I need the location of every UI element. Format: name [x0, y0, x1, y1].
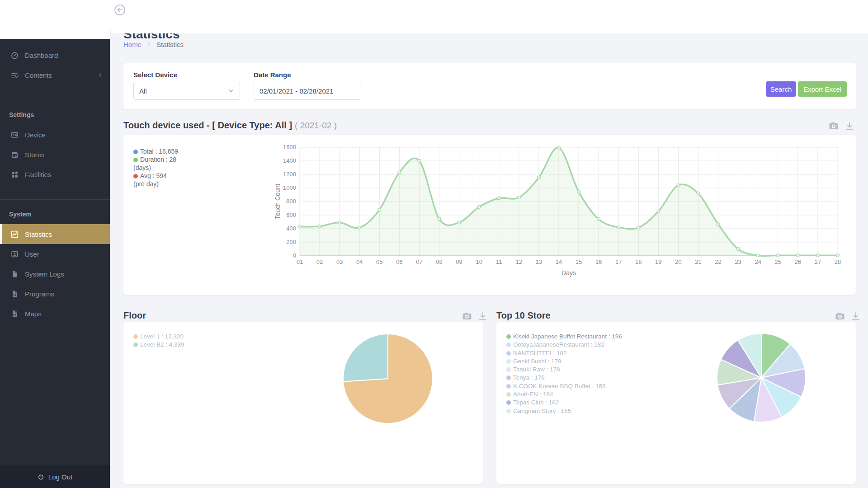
sidebar-item-label: System Logs: [25, 270, 64, 278]
legend-text: Level 1 : 12,320: [140, 333, 184, 340]
sidebar-divider: [0, 100, 110, 100]
device-select[interactable]: All: [133, 82, 240, 100]
legend-text: Level B2 : 4,339: [140, 341, 184, 348]
x-tick-label: 11: [496, 258, 502, 265]
sidebar-item-system-logs[interactable]: System Logs: [0, 264, 110, 284]
file-icon: [11, 270, 19, 278]
x-tick-label: 02: [316, 258, 323, 265]
sidebar-section-system: System: [0, 210, 110, 219]
sidebar-item-facilities[interactable]: Facilities: [0, 164, 110, 184]
y-tick-label: 1000: [283, 184, 296, 191]
legend-text: Total : 16,659: [140, 148, 178, 155]
y-tick-label: 0: [293, 252, 296, 259]
sidebar-item-label: Contents: [25, 71, 52, 79]
legend-item: Aburi-EN : 164: [506, 390, 622, 399]
data-point-marker: [338, 221, 341, 224]
legend-text: OotoyaJapaneseRestaurant : 182: [513, 341, 604, 348]
data-point-marker: [657, 210, 660, 213]
y-tick-label: 1400: [283, 157, 296, 164]
data-point-marker: [717, 223, 720, 226]
legend-text: Tenya : 176: [513, 374, 545, 381]
legend-item: Genki Sushi : 179: [506, 357, 622, 366]
camera-icon[interactable]: [829, 121, 839, 131]
legend-dot: [133, 158, 138, 162]
data-point-marker: [378, 208, 381, 211]
data-point-marker: [577, 190, 580, 193]
y-axis-title: Touch Count: [274, 184, 281, 220]
legend-dot: [506, 392, 511, 397]
sidebar-item-programs[interactable]: Programs: [0, 284, 110, 304]
download-icon[interactable]: [478, 311, 488, 321]
data-point-marker: [458, 221, 461, 224]
legend-text: Avg : 594 (pre day): [133, 172, 167, 188]
filter-panel: Select Device All Date Range Search Expo…: [123, 63, 856, 109]
download-icon[interactable]: [844, 121, 854, 131]
sidebar-item-label: Facilities: [25, 171, 51, 178]
data-point-marker: [517, 196, 520, 199]
data-point-marker: [637, 226, 640, 229]
stats-icon: [11, 230, 19, 238]
export-excel-button[interactable]: Export Excel: [798, 81, 847, 97]
camera-icon[interactable]: [835, 311, 845, 321]
download-icon[interactable]: [851, 311, 861, 321]
x-tick-label: 26: [795, 258, 801, 265]
legend-item: Level 1 : 12,320: [133, 333, 184, 341]
x-tick-label: 04: [356, 258, 363, 265]
date-range-input[interactable]: [254, 82, 361, 100]
legend-text: Gangnam Story : 155: [513, 408, 571, 414]
pie-slice-level-b2[interactable]: [343, 334, 388, 382]
breadcrumb-home-link[interactable]: Home: [123, 41, 142, 48]
chevron-right-icon: [146, 42, 152, 47]
legend-item: Tenya : 176: [506, 374, 622, 382]
line-chart-card: Total : 16,659Duration : 28 (days)Avg : …: [123, 135, 856, 295]
data-point-marker: [557, 146, 561, 149]
legend-dot: [506, 343, 511, 347]
legend-item: Kiseki Japanese Buffet Restaurant : 196: [506, 333, 622, 341]
data-point-marker: [597, 218, 600, 221]
sidebar-item-stores[interactable]: Stores: [0, 145, 110, 164]
x-tick-label: 01: [297, 258, 303, 265]
sidebar-item-dashboard[interactable]: Dashboard: [0, 45, 110, 65]
y-tick-label: 400: [286, 225, 296, 232]
sidebar-item-contents[interactable]: Contents: [0, 65, 110, 85]
facilities-icon: [11, 171, 19, 178]
legend-dot: [133, 174, 138, 178]
x-tick-label: 24: [755, 258, 761, 265]
legend-dot: [133, 334, 138, 339]
sidebar-item-maps[interactable]: Maps: [0, 304, 110, 324]
search-button[interactable]: Search: [766, 81, 796, 97]
camera-icon[interactable]: [462, 311, 472, 321]
back-button[interactable]: [114, 4, 126, 16]
x-tick-label: 08: [436, 258, 442, 265]
data-point-marker: [617, 226, 620, 229]
legend-text: NANTSUTTEI : 182: [513, 350, 567, 357]
legend-dot: [133, 343, 138, 347]
x-tick-label: 23: [735, 258, 741, 265]
logout-label: Log Out: [48, 473, 72, 481]
sidebar-item-device[interactable]: Device: [0, 125, 110, 145]
line-chart-title-period: ( 2021-02 ): [295, 121, 337, 130]
x-tick-label: 13: [536, 258, 542, 265]
legend-text: Tanuki Raw : 178: [513, 366, 560, 373]
floor-card: Level 1 : 12,320Level B2 : 4,339: [123, 322, 483, 484]
topbar: [110, 0, 868, 33]
legend-text: Aburi-EN : 164: [513, 391, 553, 398]
legend-dot: [506, 375, 511, 380]
sidebar-nav: DashboardContentsSettingsDeviceStoresFac…: [0, 39, 110, 324]
data-point-marker: [418, 160, 421, 163]
sidebar-item-label: Device: [25, 131, 46, 139]
data-point-marker: [756, 254, 760, 257]
sidebar-item-statistics[interactable]: Statistics: [0, 224, 110, 244]
date-range-label: Date Range: [254, 71, 291, 79]
data-point-marker: [298, 225, 302, 228]
logo-area: [0, 0, 110, 39]
legend-dot: [506, 384, 511, 389]
legend-dot: [506, 367, 511, 372]
x-tick-label: 19: [655, 258, 661, 265]
touch-count-line-chart: 0102030405060708091011121314151617181920…: [268, 138, 851, 292]
logout-button[interactable]: Log Out: [0, 465, 110, 488]
x-tick-label: 06: [396, 258, 402, 265]
breadcrumb: Home Statistics: [123, 41, 184, 48]
sidebar-item-user[interactable]: User: [0, 244, 110, 264]
x-tick-label: 21: [695, 258, 701, 265]
